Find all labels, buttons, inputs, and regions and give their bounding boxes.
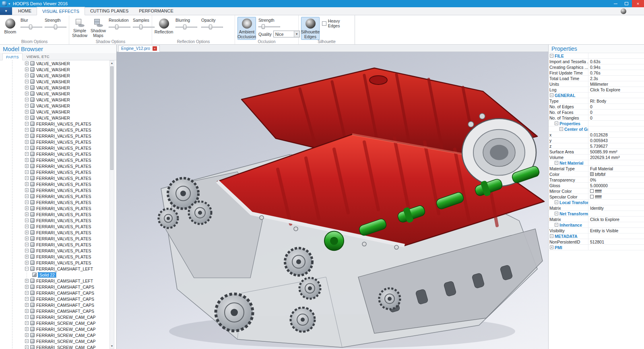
tree-item[interactable]: +FERRARI_VALVES_PLATES	[0, 121, 116, 127]
property-row[interactable]: −FILE	[549, 53, 644, 59]
property-row[interactable]: MatrixIdentity	[549, 205, 644, 211]
scroll-down-icon[interactable]: ▼	[110, 344, 114, 349]
collapse-icon[interactable]: −	[555, 223, 558, 227]
tree-item[interactable]: +FERRARI_VALVES_PLATES	[0, 175, 116, 181]
app-menu-button[interactable]: ▼	[0, 7, 12, 15]
property-row[interactable]: x0.012628	[549, 132, 644, 138]
quick-access-dropdown-icon[interactable]: ▾	[8, 2, 10, 6]
tree-item[interactable]: +FERRARI_CAMSHAFT_CAPS	[0, 308, 116, 314]
property-row[interactable]: Colorbfbfbf	[549, 171, 644, 177]
property-row[interactable]: −Local Transformation	[549, 200, 644, 205]
simple-shadow-button[interactable]: Simple Shadow	[72, 17, 88, 39]
property-row[interactable]: MatrixClick to Explore	[549, 217, 644, 222]
tree-item[interactable]: +FERRARI_SCREW_CAM_CAP	[0, 326, 116, 332]
property-row[interactable]: First Update Time0.76s	[549, 70, 644, 76]
tree-item[interactable]: +FERRARI_VALVES_PLATES	[0, 193, 116, 199]
property-row[interactable]: Transparency0%	[549, 177, 644, 183]
minimize-button[interactable]	[610, 0, 621, 7]
property-row[interactable]: LogClick To Explore	[549, 87, 644, 93]
document-tab[interactable]: Engine_V12.pro ×	[118, 45, 160, 52]
tree-item[interactable]: +FERRARI_CAMSHAFT_LEFT	[0, 278, 116, 284]
tree-item[interactable]: +FERRARI_CAMSHAFT_CAPS	[0, 284, 116, 290]
tree-item[interactable]: +VALVE_WASHER	[0, 85, 116, 91]
browser-tab-views-etc[interactable]: VIEWS, ETC	[23, 53, 53, 60]
collapse-icon[interactable]: −	[559, 127, 563, 131]
property-row[interactable]: Specular Colorffffff	[549, 194, 644, 200]
bloom-button[interactable]: Bloom	[2, 17, 18, 35]
maximize-button[interactable]	[621, 0, 632, 7]
samples-slider[interactable]	[133, 24, 155, 30]
property-row[interactable]: Volume202629.14 mm³	[549, 155, 644, 160]
scroll-up-icon[interactable]: ▲	[110, 61, 114, 66]
tree-item[interactable]: +FERRARI_CAMSHAFT_CAPS	[0, 296, 116, 302]
tree-item[interactable]: +FERRARI_VALVES_PLATES	[0, 133, 116, 139]
engine-3d-viewport[interactable]	[117, 52, 548, 349]
property-row[interactable]: TypeRI: Body	[549, 98, 644, 104]
reflection-button[interactable]: Reflection	[155, 17, 173, 35]
tree-item[interactable]: +VALVE_WASHER	[0, 66, 116, 72]
property-row[interactable]: Gloss5.000000	[549, 183, 644, 188]
ribbon-tab-cutting-planes[interactable]: CUTTING PLANES	[85, 7, 134, 15]
scrollbar-thumb[interactable]	[110, 66, 114, 170]
tree-item[interactable]: +FERRARI_VALVES_PLATES	[0, 248, 116, 254]
tree-item[interactable]: +VALVE_WASHER	[0, 72, 116, 78]
property-row[interactable]: −GENERAL	[549, 93, 644, 98]
close-tab-icon[interactable]: ×	[153, 46, 157, 51]
tree-item[interactable]: +VALVE_WASHER	[0, 91, 116, 97]
property-row[interactable]: Material TypeFull Material	[549, 166, 644, 171]
collapse-icon[interactable]: −	[550, 54, 553, 58]
property-row[interactable]: z5.739627	[549, 143, 644, 149]
browser-tab-parts[interactable]: PARTS	[2, 53, 23, 60]
tree-item[interactable]: +FERRARI_CAMSHAFT_CAPS	[0, 290, 116, 296]
tree-item[interactable]: +FERRARI_SCREW_CAM_CAP	[0, 332, 116, 338]
silhouette-edges-button[interactable]: Silhouette Edges	[301, 17, 320, 40]
property-row[interactable]: Total Load Time2.3s	[549, 76, 644, 81]
tree-item[interactable]: +FERRARI_VALVES_PLATES	[0, 127, 116, 133]
expand-icon[interactable]: +	[550, 246, 553, 249]
tree-item[interactable]: −FERRARI_CAMSHAFT_LEFT	[0, 266, 116, 272]
tree-item[interactable]: +FERRARI_VALVES_PLATES	[0, 181, 116, 187]
tree-item[interactable]: +VALVE_WASHER	[0, 60, 116, 66]
tree-item[interactable]: +FERRARI_VALVES_PLATES	[0, 205, 116, 211]
tree-item[interactable]: Solid 22	[0, 272, 116, 278]
property-row[interactable]: y0.005943	[549, 138, 644, 143]
tree-scrollbar[interactable]: ▲ ▼	[109, 60, 114, 349]
shadow-maps-button[interactable]: Shadow Maps	[90, 17, 106, 39]
property-row[interactable]: −Properties	[549, 121, 644, 126]
property-row[interactable]: No. of Triangles0	[549, 115, 644, 121]
quality-dropdown[interactable]: Nice ▼	[273, 31, 300, 37]
tree-item[interactable]: +FERRARI_VALVES_PLATES	[0, 199, 116, 205]
tree-item[interactable]: +FERRARI_VALVES_PLATES	[0, 242, 116, 248]
property-row[interactable]: −Net Material	[549, 160, 644, 166]
resolution-slider[interactable]	[109, 24, 130, 30]
tree-item[interactable]: +FERRARI_VALVES_PLATES	[0, 229, 116, 235]
ribbon-tab-home[interactable]: HOME	[13, 7, 37, 15]
collapse-icon[interactable]: −	[550, 93, 553, 97]
property-row[interactable]: NonPersistentID512801	[549, 239, 644, 245]
tree-item[interactable]: +VALVE_WASHER	[0, 103, 116, 109]
tree-item[interactable]: +VALVE_WASHER	[0, 115, 116, 121]
tree-item[interactable]: +FERRARI_VALVES_PLATES	[0, 157, 116, 163]
property-row[interactable]: +PMI	[549, 245, 644, 250]
collapse-icon[interactable]: −	[555, 200, 558, 204]
tree-item[interactable]: +VALVE_WASHER	[0, 109, 116, 115]
occlusion-strength-slider[interactable]	[258, 24, 280, 29]
tree-item[interactable]: +FERRARI_VALVES_PLATES	[0, 223, 116, 229]
property-row[interactable]: Import and Tessella ...0.63s	[549, 59, 644, 64]
ribbon-tab-performance[interactable]: PERFORMANCE	[134, 7, 179, 15]
bloom-strength-slider[interactable]	[45, 24, 66, 30]
tree-item[interactable]: +FERRARI_VALVES_PLATES	[0, 187, 116, 193]
blur-slider[interactable]	[21, 24, 42, 30]
ribbon-tab-visual-effects[interactable]: VISUAL EFFECTS	[37, 7, 85, 15]
tree-item[interactable]: +FERRARI_VALVES_PLATES	[0, 235, 116, 242]
tree-item[interactable]: +FERRARI_SCREW_CAM_CAP	[0, 344, 116, 349]
collapse-icon[interactable]: −	[550, 234, 553, 238]
tree-item[interactable]: +FERRARI_VALVES_PLATES	[0, 211, 116, 217]
tree-item[interactable]: +FERRARI_VALVES_PLATES	[0, 254, 116, 260]
collapse-icon[interactable]: −	[555, 212, 558, 215]
property-row[interactable]: Creating Graphics ...0.94s	[549, 64, 644, 70]
property-row[interactable]: Surface Area50085.99 mm²	[549, 149, 644, 155]
tree-item[interactable]: +FERRARI_VALVES_PLATES	[0, 217, 116, 223]
opacity-slider[interactable]	[201, 24, 223, 30]
property-row[interactable]: −Net Transformation	[549, 211, 644, 217]
